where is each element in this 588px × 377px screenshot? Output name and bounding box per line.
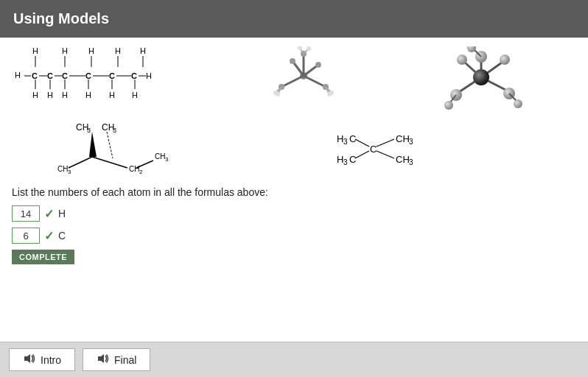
h-atom-label: H xyxy=(58,208,66,219)
final-button[interactable]: Final xyxy=(83,348,150,371)
svg-text:C: C xyxy=(131,71,137,80)
condensed-formula: H 3 C CH 3 H 3 C CH 3 C xyxy=(228,120,563,179)
svg-text:3: 3 xyxy=(343,138,348,146)
svg-line-106 xyxy=(377,151,394,158)
svg-text:3: 3 xyxy=(87,127,91,134)
wedge-formula-svg: CH 3 CH 3 CH 3 CH 2 CH 3 xyxy=(46,120,179,179)
page-header: Using Models xyxy=(0,0,588,38)
svg-text:H: H xyxy=(337,154,343,165)
svg-text:3: 3 xyxy=(409,138,413,146)
h-count-input[interactable] xyxy=(12,205,40,222)
svg-text:H: H xyxy=(62,46,68,55)
condensed-formula-svg: H 3 C CH 3 H 3 C CH 3 C xyxy=(315,120,477,179)
3d-ball-model xyxy=(400,46,563,113)
svg-text:3: 3 xyxy=(165,156,169,163)
svg-marker-81 xyxy=(89,132,97,157)
c-count-input[interactable] xyxy=(12,228,40,244)
complete-button[interactable]: COMPLETE xyxy=(12,250,74,264)
svg-point-69 xyxy=(500,54,510,65)
svg-text:H: H xyxy=(85,91,91,99)
structural-formula: H H H H H H C C C C xyxy=(12,45,208,114)
svg-text:H: H xyxy=(32,46,38,55)
svg-text:2: 2 xyxy=(139,169,143,175)
svg-text:3: 3 xyxy=(409,158,413,166)
c-check-icon: ✓ xyxy=(44,229,54,243)
svg-point-45 xyxy=(290,58,295,64)
svg-text:H: H xyxy=(115,46,121,55)
svg-line-83 xyxy=(92,157,127,168)
svg-line-103 xyxy=(355,139,369,147)
footer: Intro Final xyxy=(0,342,588,377)
svg-text:H: H xyxy=(109,91,115,99)
wedge-formula: CH 3 CH 3 CH 3 CH 2 CH 3 xyxy=(12,120,213,179)
svg-text:H: H xyxy=(15,71,21,80)
svg-text:C: C xyxy=(349,133,356,144)
svg-text:CH: CH xyxy=(155,152,165,161)
svg-line-105 xyxy=(377,139,394,147)
svg-point-74 xyxy=(444,101,453,110)
stick-model-svg xyxy=(245,46,363,113)
svg-marker-108 xyxy=(98,354,104,363)
svg-text:C: C xyxy=(62,71,68,80)
structural-formula-svg: H H H H H H C C C C xyxy=(12,45,203,111)
svg-text:C: C xyxy=(370,144,377,155)
speaker-final-icon xyxy=(97,353,110,366)
answer-row-h: ✓ H xyxy=(12,205,576,222)
svg-point-68 xyxy=(457,54,467,65)
svg-line-104 xyxy=(355,151,369,158)
molecule-row-1: H H H H H H C C C C xyxy=(12,45,576,114)
svg-text:C: C xyxy=(32,71,38,80)
intro-button[interactable]: Intro xyxy=(9,348,75,371)
svg-text:C: C xyxy=(349,154,356,165)
svg-text:C: C xyxy=(109,71,115,80)
svg-line-89 xyxy=(136,161,153,168)
svg-text:H: H xyxy=(32,91,38,99)
svg-point-72 xyxy=(467,46,476,52)
svg-text:CH: CH xyxy=(396,133,410,144)
svg-line-40 xyxy=(281,76,304,87)
svg-point-76 xyxy=(514,99,522,108)
svg-marker-107 xyxy=(24,354,30,363)
svg-text:H: H xyxy=(140,46,146,55)
svg-text:C: C xyxy=(47,71,53,80)
svg-point-59 xyxy=(327,92,332,96)
final-label: Final xyxy=(114,354,136,366)
svg-text:H: H xyxy=(146,71,152,80)
speaker-intro-icon xyxy=(23,353,36,366)
svg-text:3: 3 xyxy=(68,169,71,175)
svg-text:H: H xyxy=(132,91,138,99)
svg-line-84 xyxy=(69,157,92,168)
svg-text:H: H xyxy=(62,91,68,99)
svg-point-51 xyxy=(307,46,311,51)
ball-model-svg xyxy=(422,46,540,113)
molecule-row-2: CH 3 CH 3 CH 3 CH 2 CH 3 xyxy=(12,120,576,179)
answer-row-c: ✓ C xyxy=(12,228,576,244)
c-atom-label: C xyxy=(58,230,66,242)
svg-text:C: C xyxy=(85,71,91,80)
svg-point-47 xyxy=(315,62,321,68)
page-title: Using Models xyxy=(13,10,109,27)
svg-text:H: H xyxy=(337,133,343,144)
svg-text:CH: CH xyxy=(396,154,410,165)
intro-label: Intro xyxy=(41,354,61,366)
main-content: H H H H H H C C C C xyxy=(0,38,588,342)
svg-text:H: H xyxy=(47,91,53,99)
svg-text:3: 3 xyxy=(343,158,348,166)
svg-point-70 xyxy=(473,69,489,85)
h-check-icon: ✓ xyxy=(44,207,54,221)
svg-point-55 xyxy=(276,92,280,96)
question-text: List the numbers of each atom in all the… xyxy=(12,186,576,198)
3d-stick-model xyxy=(223,46,385,113)
svg-text:CH: CH xyxy=(129,165,139,173)
svg-text:CH: CH xyxy=(57,165,68,173)
svg-text:H: H xyxy=(88,46,94,55)
svg-line-42 xyxy=(304,76,326,87)
svg-line-82 xyxy=(107,132,113,158)
svg-text:3: 3 xyxy=(113,127,116,134)
